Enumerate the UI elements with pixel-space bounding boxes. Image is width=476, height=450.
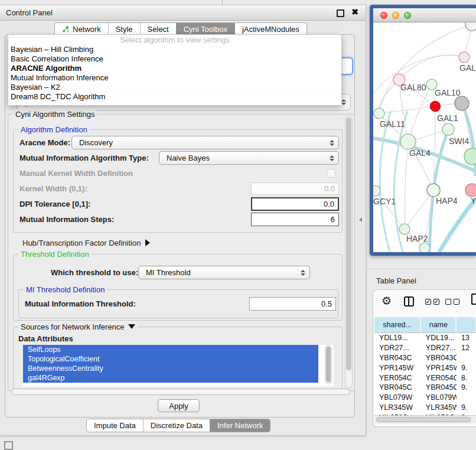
aracne-mode-combo[interactable]: Discovery bbox=[71, 136, 339, 149]
network-node-gal1[interactable] bbox=[442, 123, 454, 135]
sources-group-title[interactable]: Sources for Network Inference bbox=[18, 322, 138, 331]
mi-algorithm-type-label: Mutual Information Algorithm Type: bbox=[19, 154, 149, 162]
data-attribute-item[interactable]: gal4RGexp bbox=[23, 373, 318, 383]
algorithm-option[interactable]: Bayesian – Hill Climbing bbox=[8, 45, 341, 54]
network-node-y[interactable] bbox=[465, 184, 476, 197]
scrollbar-thumb[interactable] bbox=[326, 347, 331, 382]
network-node[interactable] bbox=[465, 22, 476, 31]
table-row[interactable]: YBR043CYBR043C bbox=[374, 353, 476, 363]
tab-network[interactable]: Network bbox=[55, 23, 108, 35]
attributes-list-scrollbar[interactable] bbox=[325, 345, 332, 384]
checked-box-icon: ✓ bbox=[433, 299, 439, 305]
tab-impute-data[interactable]: Impute Data bbox=[87, 419, 143, 432]
mi-steps-field[interactable]: 6 bbox=[251, 213, 339, 226]
table-cell: YBR043C bbox=[374, 353, 421, 363]
network-node-gal[interactable] bbox=[459, 52, 470, 63]
mac-minimize-icon[interactable] bbox=[392, 12, 399, 19]
clear-checkboxes-icon[interactable] bbox=[445, 299, 459, 305]
table-cell: YBR045C bbox=[374, 383, 421, 393]
table-row[interactable]: YER054CYER054C8. bbox=[374, 373, 476, 383]
split-columns-icon[interactable] bbox=[404, 296, 414, 306]
network-node[interactable] bbox=[419, 243, 430, 252]
algorithm-option[interactable]: Basic Correlation Inference bbox=[8, 54, 341, 64]
column-header[interactable]: name bbox=[421, 317, 457, 332]
network-node-swi4[interactable] bbox=[464, 148, 476, 165]
algorithm-dropdown-list: Bayesian – Hill ClimbingBasic Correlatio… bbox=[8, 45, 341, 102]
scrollbar-thumb[interactable] bbox=[346, 118, 351, 370]
network-node-hap2[interactable] bbox=[399, 224, 410, 234]
mi-algorithm-type-combo[interactable]: Naive Bayes bbox=[159, 151, 339, 165]
kernel-width-field[interactable]: 0.0 bbox=[251, 182, 339, 195]
tab-infer-network[interactable]: Infer Network bbox=[210, 419, 270, 432]
data-attribute-item[interactable]: TopologicalCoefficient bbox=[23, 354, 318, 364]
tab-cyni-toolbox[interactable]: Cyni Toolbox bbox=[176, 23, 234, 35]
data-attributes-label: Data Attributes bbox=[18, 334, 73, 343]
checked-box-icon: ✓ bbox=[425, 299, 431, 305]
tab-label: Discretize Data bbox=[151, 421, 203, 430]
combo-spinner-icon bbox=[341, 99, 346, 105]
node-label: HAP4 bbox=[436, 196, 458, 206]
algorithm-definition-title: Algorithm Definition bbox=[18, 125, 90, 134]
gear-icon[interactable]: ⚙ bbox=[382, 294, 392, 308]
table-row[interactable]: YPR145WYPR145W9. bbox=[374, 363, 476, 373]
split-pane-handle-icon[interactable] bbox=[359, 217, 362, 222]
table-row[interactable]: YBR045CYBR045C9. bbox=[374, 383, 476, 393]
network-canvas[interactable]: GALGAL80GAL10GAL1GAL11SWI4GAL4GCY1HAP4YH… bbox=[373, 22, 476, 252]
mac-close-icon[interactable] bbox=[380, 12, 387, 19]
manual-kernel-width-checkbox[interactable] bbox=[327, 169, 335, 178]
collapse-arrow-icon bbox=[128, 324, 135, 329]
new-document-icon[interactable] bbox=[471, 294, 476, 305]
node-label: GCY1 bbox=[373, 197, 396, 206]
network-node-gcy1[interactable] bbox=[373, 185, 380, 196]
node-attribute-table: shared...name YDL19...YDL19...13YDR27...… bbox=[374, 317, 476, 416]
select-all-checkboxes-icon[interactable]: ✓ ✓ bbox=[425, 299, 439, 305]
table-cell: YBR045C bbox=[421, 383, 457, 393]
close-icon[interactable]: ✖ bbox=[351, 7, 358, 17]
algorithm-option[interactable]: Dream8 DC_TDC Algorithm bbox=[8, 92, 341, 102]
table-panel: ⚙ ✓ ✓ shared...name YDL19...YDL19...13YD… bbox=[373, 289, 476, 427]
scrollbar-thumb[interactable] bbox=[376, 417, 471, 422]
table-cell: YLR345W bbox=[374, 403, 421, 413]
node-label: HAP2 bbox=[406, 234, 428, 243]
table-panel-divider bbox=[367, 269, 476, 269]
data-attribute-item[interactable]: BetweennessCentrality bbox=[23, 364, 318, 373]
settings-vertical-scrollbar[interactable] bbox=[345, 116, 353, 389]
tab-label: Style bbox=[116, 25, 133, 34]
network-node-hap4[interactable] bbox=[427, 184, 440, 197]
apply-button[interactable]: Apply bbox=[158, 399, 200, 412]
column-header[interactable] bbox=[457, 317, 476, 332]
tab-jactivemnodules[interactable]: jActiveMNodules bbox=[234, 23, 307, 35]
table-row[interactable]: YLR345WYLR345W9. bbox=[374, 403, 476, 413]
mac-zoom-icon[interactable] bbox=[404, 12, 411, 19]
table-body: YDL19...YDL19...13YDR27...YDR27...12YBR0… bbox=[374, 333, 476, 416]
table-cell: YDR27... bbox=[374, 343, 421, 353]
table-cell: 9. bbox=[457, 363, 476, 373]
tab-discretize-data[interactable]: Discretize Data bbox=[143, 419, 210, 432]
control-panel-titlebar: Control Panel ✖ bbox=[0, 5, 366, 21]
algorithm-option[interactable]: Mutual Information Inference bbox=[8, 73, 341, 83]
hub-definition-toggle[interactable]: Hub/Transcription Factor Definition bbox=[22, 239, 150, 247]
network-node[interactable] bbox=[455, 96, 469, 110]
dpi-tolerance-value: 0.0 bbox=[324, 200, 334, 208]
which-threshold-combo[interactable]: MI Threshold bbox=[138, 266, 310, 279]
network-node-gal11[interactable] bbox=[374, 108, 384, 119]
network-icon bbox=[62, 25, 70, 33]
table-row[interactable]: YBL079WYBL079W bbox=[374, 393, 476, 403]
dpi-tolerance-field[interactable]: 0.0 bbox=[251, 197, 339, 211]
data-attribute-item[interactable]: SelfLoops bbox=[23, 345, 318, 354]
network-node[interactable] bbox=[431, 102, 441, 112]
column-header[interactable]: shared... bbox=[374, 317, 421, 332]
algorithm-option[interactable]: ARACNE Algorithm bbox=[8, 64, 341, 73]
settings-horizontal-scrollbar[interactable] bbox=[11, 389, 350, 395]
table-row[interactable]: YDL19...YDL19...13 bbox=[374, 333, 476, 343]
network-node-gal4[interactable] bbox=[400, 134, 416, 149]
float-window-icon[interactable] bbox=[337, 9, 344, 17]
algorithm-option[interactable]: Bayesian – K2 bbox=[8, 83, 341, 92]
tab-select[interactable]: Select bbox=[140, 23, 176, 35]
tab-style[interactable]: Style bbox=[108, 23, 140, 35]
mi-threshold-field[interactable]: 0.5 bbox=[249, 297, 336, 311]
table-row[interactable]: YDR27...YDR27...12 bbox=[374, 343, 476, 353]
node-label: Y bbox=[471, 196, 476, 206]
table-horizontal-scrollbar[interactable] bbox=[374, 415, 476, 423]
panel-dock-icon[interactable] bbox=[4, 441, 13, 450]
